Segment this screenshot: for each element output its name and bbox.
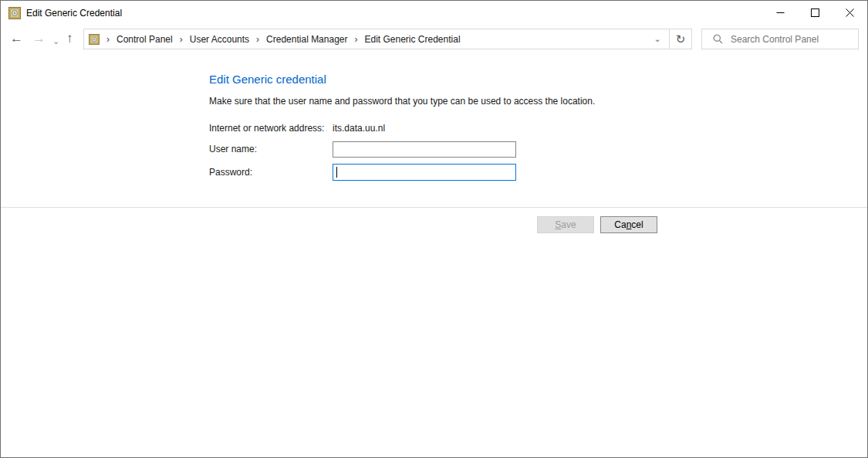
save-button[interactable]: Save bbox=[537, 216, 594, 233]
up-icon[interactable]: ↑ bbox=[66, 30, 73, 47]
breadcrumb-separator-icon: › bbox=[355, 34, 358, 45]
username-field-wrap bbox=[333, 141, 516, 158]
footer-divider bbox=[1, 207, 867, 208]
edit-generic-credential-window: Edit Generic Credential ← → ⌄ ↑ bbox=[0, 0, 868, 458]
search-box[interactable] bbox=[701, 29, 859, 49]
breadcrumb-item-user-accounts[interactable]: User Accounts bbox=[190, 34, 249, 45]
window-title: Edit Generic Credential bbox=[26, 8, 122, 19]
username-label: User name: bbox=[209, 144, 257, 154]
breadcrumb-separator-icon: › bbox=[180, 34, 183, 45]
address-label: Internet or network address: bbox=[209, 123, 324, 134]
minimize-button[interactable] bbox=[763, 1, 798, 25]
page-title: Edit Generic credential bbox=[209, 73, 326, 86]
breadcrumb-item-control-panel[interactable]: Control Panel bbox=[117, 34, 173, 45]
breadcrumb[interactable]: › Control Panel › User Accounts › Creden… bbox=[83, 29, 670, 49]
breadcrumb-separator-icon: › bbox=[106, 34, 110, 45]
refresh-icon: ↻ bbox=[676, 32, 686, 46]
text-caret bbox=[336, 167, 337, 178]
search-input[interactable] bbox=[731, 34, 858, 45]
titlebar[interactable]: Edit Generic Credential bbox=[1, 1, 867, 25]
close-button[interactable] bbox=[833, 1, 867, 25]
back-icon[interactable]: ← bbox=[10, 30, 23, 47]
password-input[interactable] bbox=[333, 164, 516, 181]
breadcrumb-item-credential-manager[interactable]: Credential Manager bbox=[266, 34, 347, 45]
maximize-button[interactable] bbox=[798, 1, 833, 25]
address-value: its.data.uu.nl bbox=[333, 123, 385, 134]
forward-icon[interactable]: → bbox=[32, 30, 46, 47]
credential-manager-safe-icon bbox=[89, 34, 100, 45]
breadcrumb-dropdown-chevron-icon[interactable]: ⌄ bbox=[646, 34, 669, 44]
credential-manager-safe-icon bbox=[8, 7, 21, 19]
close-icon bbox=[846, 8, 854, 17]
username-input[interactable] bbox=[333, 141, 516, 158]
breadcrumb-item-edit-generic-credential[interactable]: Edit Generic Credential bbox=[365, 34, 461, 45]
password-label: Password: bbox=[209, 167, 252, 178]
page-description: Make sure that the user name and passwor… bbox=[209, 96, 595, 107]
recent-pages-chevron-icon[interactable]: ⌄ bbox=[52, 32, 59, 49]
caption-buttons bbox=[763, 1, 867, 25]
password-field-wrap bbox=[333, 164, 516, 181]
search-icon bbox=[713, 34, 723, 44]
maximize-icon bbox=[811, 8, 819, 17]
refresh-button[interactable]: ↻ bbox=[669, 29, 692, 49]
navigation-bar: ← → ⌄ ↑ › Control Panel › User Accounts … bbox=[1, 25, 867, 53]
cancel-button[interactable]: Cancel bbox=[600, 216, 657, 233]
breadcrumb-separator-icon: › bbox=[256, 34, 259, 45]
minimize-icon bbox=[776, 8, 785, 17]
